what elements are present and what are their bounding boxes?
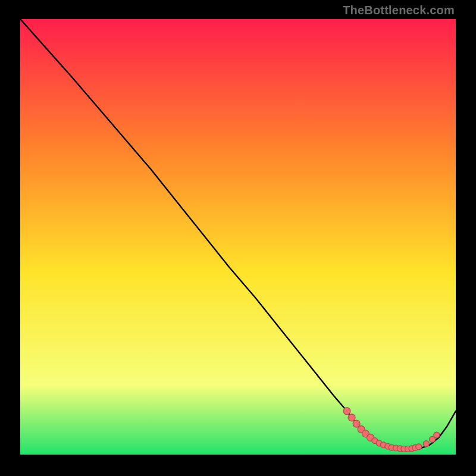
chart-stage: TheBottleneck.com — [0, 0, 476, 476]
curve-marker — [348, 414, 355, 421]
curve-marker — [343, 408, 350, 415]
attribution-text: TheBottleneck.com — [343, 4, 455, 17]
plot-area — [20, 19, 456, 455]
chart-svg — [20, 19, 456, 455]
curve-marker — [434, 432, 440, 438]
curve-marker — [423, 441, 429, 447]
gradient-background — [20, 19, 456, 455]
curve-marker — [416, 444, 422, 450]
